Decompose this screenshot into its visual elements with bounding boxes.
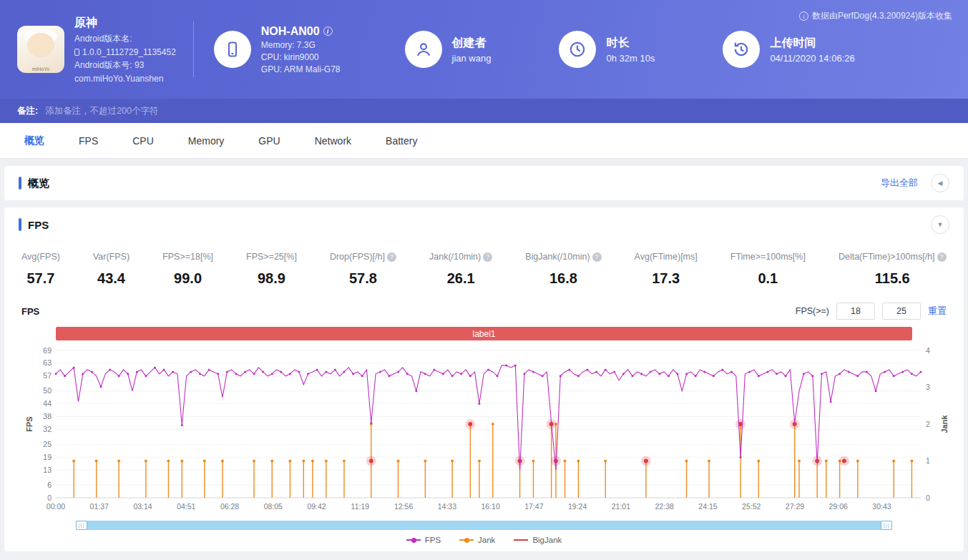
fps-threshold-input-1[interactable] <box>836 303 875 320</box>
overview-card: 概览 导出全部 ◀ <box>4 166 964 200</box>
fps-section-title: FPS <box>28 219 49 231</box>
svg-text:13: 13 <box>43 466 52 474</box>
upload-value: 04/11/2020 14:06:26 <box>770 53 854 64</box>
metric-label: FPS>=25[%] <box>246 252 297 262</box>
legend-bigjank[interactable]: BigJank <box>514 536 562 544</box>
metric-fps-25-: FPS>=25[%]98.9 <box>246 252 297 287</box>
svg-text:09:42: 09:42 <box>307 502 326 511</box>
app-version-name: 1.0.0_1112729_1135452 <box>82 47 176 57</box>
svg-text:16:10: 16:10 <box>481 502 499 511</box>
tab-cpu[interactable]: CPU <box>118 123 168 158</box>
remark-input[interactable] <box>45 106 951 116</box>
svg-text:50: 50 <box>43 386 52 395</box>
section-accent-bar <box>19 177 21 190</box>
device-info-icon[interactable]: i <box>323 26 333 36</box>
tab-battery[interactable]: Battery <box>371 123 431 158</box>
metric-label: Avg(FPS) <box>21 252 60 262</box>
remark-bar: 备注: <box>0 99 968 123</box>
metric-value: 98.9 <box>246 270 297 287</box>
duration-value: 0h 32m 10s <box>606 53 655 64</box>
metric-value: 26.1 <box>429 270 492 287</box>
help-icon[interactable]: ? <box>937 252 947 262</box>
scrollbar-right-handle[interactable]: ||| <box>881 521 892 530</box>
tab-gpu[interactable]: GPU <box>244 123 294 158</box>
tab-概览[interactable]: 概览 <box>10 123 59 158</box>
app-version-name-label: Android版本名: <box>74 33 176 45</box>
metric-delta-ftime-100ms-h-: Delta(FTime)>100ms[/h]?115.6 <box>839 252 947 287</box>
legend-fps[interactable]: FPS <box>406 536 441 544</box>
help-icon[interactable]: ? <box>592 252 602 262</box>
svg-text:25: 25 <box>43 440 52 448</box>
upload-label: 上传时间 <box>770 36 854 51</box>
reset-button[interactable]: 重置 <box>928 305 947 318</box>
fps-line-chart: 06131925323844505763690123400:0001:3703:… <box>24 345 952 515</box>
collapse-down-button[interactable]: ▼ <box>931 215 949 234</box>
svg-text:17:47: 17:47 <box>524 502 543 511</box>
metric-value: 99.0 <box>162 270 213 287</box>
metric-avg-ftime-ms-: Avg(FTime)[ms]17.3 <box>635 252 698 287</box>
fps-metrics-row: Avg(FPS)57.7Var(FPS)43.4FPS>=18[%]99.0FP… <box>4 242 964 291</box>
legend-marker-icon <box>514 539 528 541</box>
metric-fps-18-: FPS>=18[%]99.0 <box>162 252 213 287</box>
metric-label: FPS>=18[%] <box>162 252 213 262</box>
metric-label: Var(FPS) <box>93 252 129 262</box>
fps-threshold-input-2[interactable] <box>882 303 921 320</box>
collect-note-text: 数据由PerfDog(4.3.200924)版本收集 <box>812 10 952 22</box>
remark-label: 备注: <box>17 105 38 117</box>
svg-text:32: 32 <box>43 425 52 433</box>
svg-text:30:43: 30:43 <box>872 502 891 511</box>
metric-value: 43.4 <box>93 270 129 287</box>
fps-chart: 06131925323844505763690123400:0001:3703:… <box>24 345 944 518</box>
svg-text:0: 0 <box>47 493 52 502</box>
app-icon-brand: miHoYo <box>17 67 64 72</box>
svg-text:12:56: 12:56 <box>394 502 413 511</box>
svg-text:27:29: 27:29 <box>786 502 804 511</box>
tab-fps[interactable]: FPS <box>64 123 112 158</box>
phone-icon <box>214 31 251 68</box>
legend-marker-icon <box>459 539 474 541</box>
overview-title: 概览 <box>28 177 49 190</box>
android-icon <box>74 49 79 56</box>
metric-avg-fps-: Avg(FPS)57.7 <box>21 252 60 287</box>
metric-value: 57.7 <box>21 270 60 287</box>
svg-text:06:28: 06:28 <box>220 502 239 511</box>
svg-text:25:52: 25:52 <box>742 502 761 511</box>
metric-value: 17.3 <box>635 270 698 287</box>
creator-value: jian wang <box>452 53 492 64</box>
metric-label: BigJank(/10min)? <box>525 252 601 262</box>
metric-value: 16.8 <box>525 270 601 287</box>
metric-value: 0.1 <box>730 270 806 287</box>
legend-jank[interactable]: Jank <box>459 536 495 544</box>
help-icon[interactable]: ? <box>387 252 396 262</box>
svg-text:14:33: 14:33 <box>438 502 456 511</box>
export-all-link[interactable]: 导出全部 <box>881 177 918 190</box>
svg-text:38: 38 <box>43 412 52 421</box>
app-name: 原神 <box>74 16 176 31</box>
device-model: NOH-AN00 <box>261 25 320 38</box>
chart-scrollbar[interactable]: ||| ||| <box>76 521 892 530</box>
app-icon: miHoYo <box>17 26 64 73</box>
tab-bar: 概览FPSCPUMemoryGPUNetworkBattery <box>0 123 968 159</box>
collapse-left-button[interactable]: ◀ <box>931 174 949 192</box>
fps-chart-label: FPS <box>21 306 39 317</box>
svg-text:00:00: 00:00 <box>47 502 65 511</box>
metric-value: 115.6 <box>839 270 947 287</box>
device-gpu: GPU: ARM Mali-G78 <box>261 64 341 74</box>
svg-text:FPS: FPS <box>25 416 34 431</box>
svg-text:69: 69 <box>43 346 52 355</box>
tab-memory[interactable]: Memory <box>174 123 239 158</box>
metric-label: Delta(FTime)>100ms[/h]? <box>839 252 947 262</box>
help-icon[interactable]: ? <box>483 252 492 262</box>
metric-label: Jank(/10min)? <box>429 252 492 262</box>
info-icon: i <box>799 11 808 21</box>
legend-label: BigJank <box>532 536 562 544</box>
user-icon <box>405 31 442 68</box>
svg-text:22:38: 22:38 <box>655 502 674 511</box>
tab-network[interactable]: Network <box>300 123 366 158</box>
svg-text:1: 1 <box>926 456 930 465</box>
scrollbar-left-handle[interactable]: ||| <box>76 521 87 530</box>
svg-text:3: 3 <box>926 383 930 391</box>
fps-card: FPS ▼ Avg(FPS)57.7Var(FPS)43.4FPS>=18[%]… <box>4 207 964 551</box>
device-block: NOH-AN00 i Memory: 7.3G CPU: kirin9000 G… <box>214 25 341 74</box>
svg-text:03:14: 03:14 <box>133 502 152 511</box>
